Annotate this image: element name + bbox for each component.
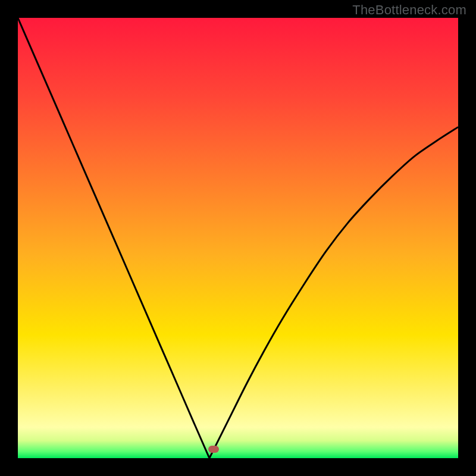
watermark-text: TheBottleneck.com [352, 2, 466, 18]
plot-area [18, 18, 458, 458]
bottleneck-curve [18, 18, 458, 458]
curve-layer [18, 18, 458, 458]
minimum-marker [208, 446, 219, 453]
chart-frame: TheBottleneck.com [0, 0, 476, 476]
